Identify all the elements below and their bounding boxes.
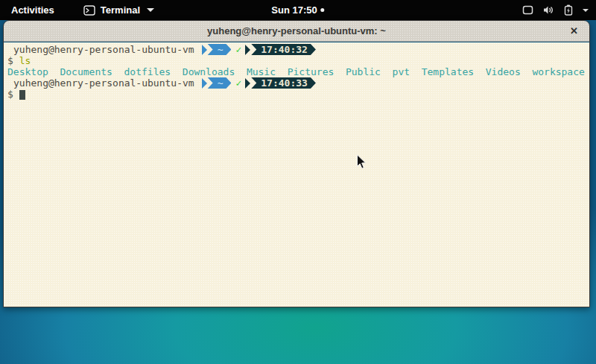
close-button[interactable]: ✕: [565, 21, 583, 41]
prompt-symbol: $: [7, 89, 13, 100]
notification-dot-icon: [321, 8, 325, 12]
powerline-time-segment: 17:40:32: [245, 44, 316, 55]
prompt-time: 17:40:32: [251, 44, 316, 55]
terminal-app-icon: [83, 5, 95, 16]
terminal-content[interactable]: yuheng@henry-personal-ubuntu-vm ~ ✓ 17:4…: [4, 42, 589, 307]
chevron-down-icon: [147, 8, 154, 12]
prompt-path: ~: [208, 77, 232, 89]
powerline-time-segment: 17:40:33: [245, 77, 316, 89]
ls-output: Desktop Documents dotfiles Downloads Mus…: [7, 66, 589, 77]
prompt-path: ~: [208, 44, 232, 55]
prompt-user: yuheng@henry-personal-ubuntu-vm: [13, 44, 194, 55]
powerline-arrow-icon: [202, 78, 207, 89]
clock-label: Sun 17:50: [271, 4, 317, 16]
command-text: ls: [19, 55, 31, 66]
clock-menu[interactable]: Sun 17:50: [271, 4, 324, 16]
screen-icon: [522, 5, 533, 15]
prompt-line-1: yuheng@henry-personal-ubuntu-vm ~ ✓ 17:4…: [7, 44, 589, 55]
terminal-window: yuheng@henry-personal-ubuntu-vm: ~ ✕ yuh…: [3, 20, 590, 307]
battery-charging-icon: [564, 4, 573, 16]
powerline-path-segment: ~: [202, 77, 232, 89]
powerline-arrow-icon: [245, 78, 250, 89]
chevron-down-icon: [583, 9, 589, 12]
status-check-icon: ✓: [235, 44, 241, 55]
prompt-user: yuheng@henry-personal-ubuntu-vm: [13, 77, 194, 89]
input-line[interactable]: $: [7, 89, 589, 100]
command-line: $ ls: [7, 55, 589, 66]
terminal-cursor: [19, 90, 25, 100]
powerline-arrow-icon: [202, 45, 207, 55]
app-menu-terminal[interactable]: Terminal: [83, 4, 154, 16]
prompt-symbol: $: [7, 55, 13, 66]
prompt-line-2: yuheng@henry-personal-ubuntu-vm ~ ✓ 17:4…: [7, 77, 589, 89]
status-check-icon: ✓: [235, 77, 241, 89]
window-title: yuheng@henry-personal-ubuntu-vm: ~: [207, 25, 386, 36]
powerline-arrow-icon: [245, 45, 250, 55]
top-bar: Activities Terminal Sun 17:50: [0, 0, 596, 20]
app-menu-label: Terminal: [101, 4, 140, 16]
system-status-menu[interactable]: [522, 4, 589, 16]
activities-button[interactable]: Activities: [7, 3, 58, 17]
powerline-path-segment: ~: [202, 44, 232, 55]
window-titlebar[interactable]: yuheng@henry-personal-ubuntu-vm: ~ ✕: [4, 21, 589, 42]
prompt-time: 17:40:33: [251, 77, 316, 89]
volume-icon: [543, 5, 554, 15]
